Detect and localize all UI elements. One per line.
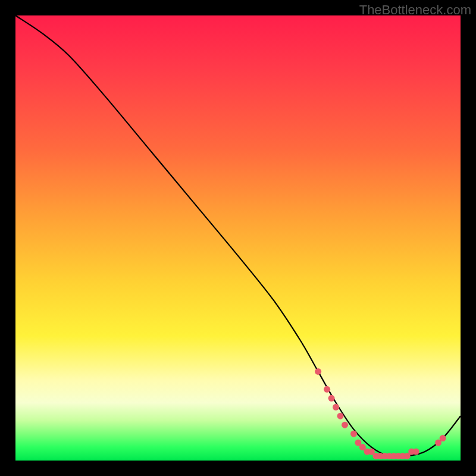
watermark-text: TheBottleneck.com xyxy=(359,2,471,18)
curve-marker xyxy=(333,404,339,411)
curve-marker xyxy=(413,449,419,455)
curve-svg xyxy=(15,15,461,461)
bottleneck-curve xyxy=(15,15,461,457)
curve-marker xyxy=(350,431,357,437)
curve-marker xyxy=(342,422,348,428)
plot-area xyxy=(15,15,461,461)
curve-marker xyxy=(328,395,335,402)
curve-marker xyxy=(324,386,330,393)
curve-marker xyxy=(337,413,344,419)
curve-marker xyxy=(315,368,321,375)
chart-container: TheBottleneck.com xyxy=(0,0,476,476)
curve-markers xyxy=(315,368,446,459)
curve-marker xyxy=(440,435,446,441)
